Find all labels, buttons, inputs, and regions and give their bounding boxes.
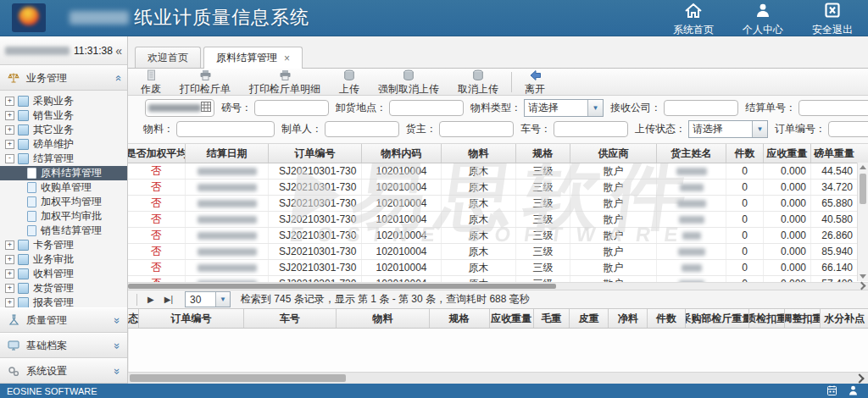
col-header[interactable]: 毛重 [534, 309, 570, 328]
table-row[interactable]: 否 SJ20210301-730102010004 原木三级 散户 00.000… [128, 212, 859, 228]
tree-item-settlement[interactable]: -结算管理 [0, 152, 127, 166]
col-header[interactable]: 磅单重量 [811, 144, 857, 163]
chevron-up-icon[interactable]: » [111, 75, 124, 80]
material-input[interactable] [176, 121, 275, 137]
table-row[interactable]: 否 SJ20210301-730102010004 原木三级 散户 00.000… [128, 244, 859, 260]
col-header[interactable]: 水分补点 [821, 309, 868, 328]
col-header[interactable]: 质检扣重 [749, 309, 785, 328]
sidebar-collapse-button[interactable]: « [115, 44, 122, 58]
tab-raw-settlement[interactable]: 原料结算管理 × [203, 47, 303, 69]
upload-button[interactable]: 上传 [330, 69, 369, 96]
tree-item-shipping[interactable]: +发货管理 [0, 281, 127, 296]
footer-user-icon[interactable] [849, 385, 858, 397]
receive-company-input[interactable] [664, 100, 738, 116]
expand-icon[interactable]: + [5, 140, 14, 149]
tree-item-weighbill[interactable]: +磅单维护 [0, 137, 127, 152]
collapse-icon[interactable]: - [5, 154, 14, 163]
unload-place-input[interactable] [389, 100, 464, 116]
print-ticket-detail-button[interactable]: 打印检斤单明细 [240, 69, 330, 96]
vertical-scrollbar[interactable] [857, 163, 868, 281]
footer-calendar-icon[interactable] [827, 385, 837, 397]
col-header[interactable]: 物料内码 [362, 144, 442, 163]
scrollbar-thumb[interactable] [130, 374, 346, 382]
tree-item-card[interactable]: +卡务管理 [0, 238, 127, 252]
expand-icon[interactable]: + [5, 97, 14, 106]
last-page-button[interactable]: ▶| [159, 295, 178, 304]
owner-input[interactable] [439, 121, 514, 137]
scroll-right-icon[interactable] [858, 282, 866, 290]
page-size-select[interactable]: 30 ▼ [185, 291, 231, 307]
settle-no-input[interactable] [798, 100, 868, 116]
upload-status-select[interactable]: 请选择▼ [688, 120, 768, 138]
col-header[interactable]: 订单编号 [269, 144, 362, 163]
scroll-right-icon[interactable] [854, 373, 864, 383]
tree-item-weighted-average[interactable]: 加权平均管理 [0, 195, 127, 209]
scroll-up-icon[interactable] [860, 165, 866, 169]
section-system[interactable]: 系统设置 » [0, 358, 127, 384]
expand-icon[interactable]: + [5, 240, 14, 250]
section-archive[interactable]: 基础档案 » [0, 333, 127, 358]
cancel-upload-button[interactable]: 取消上传 [448, 69, 508, 96]
leave-button[interactable]: 离开 [515, 69, 554, 96]
col-header[interactable]: 采购部检斤重量 [686, 309, 749, 328]
scale-no-input[interactable] [254, 100, 329, 116]
col-header[interactable]: 货主姓名 [657, 144, 726, 163]
order-no-input[interactable] [828, 121, 868, 137]
col-header[interactable]: 应收重量 [764, 144, 811, 163]
chevron-down-icon[interactable]: » [111, 368, 124, 373]
col-header[interactable]: 物料 [442, 144, 516, 163]
nav-home[interactable]: 系统首页 [670, 3, 717, 37]
tab-close-icon[interactable]: × [284, 53, 290, 64]
col-header[interactable]: 供应商 [570, 144, 657, 163]
table-row[interactable]: 否 SJ20210301-730102010004 原木三级 散户 00.000… [128, 260, 859, 276]
col-header[interactable]: 规格 [516, 144, 570, 163]
tree-item-purchase-order[interactable]: 收购单管理 [0, 180, 127, 195]
void-button[interactable]: 作废 [131, 69, 170, 96]
section-quality[interactable]: 质量管理 » [0, 307, 127, 333]
col-header[interactable]: 规格 [430, 309, 490, 328]
next-page-button[interactable]: ▶ [142, 295, 159, 304]
expand-icon[interactable]: + [5, 111, 14, 120]
vehicle-no-input[interactable] [554, 121, 628, 137]
col-header[interactable]: 应收重量 [490, 309, 534, 328]
table-row[interactable]: 否 SJ20210301-730102010004 原木三级 散户 00.000… [128, 276, 859, 282]
col-header[interactable]: 件数 [648, 309, 685, 328]
col-header[interactable]: 物料 [337, 309, 430, 328]
section-business[interactable]: 业务管理 » [0, 65, 127, 91]
bottom-horizontal-scrollbar[interactable] [128, 372, 868, 384]
tree-item-other[interactable]: +其它业务 [0, 123, 127, 137]
tree-item-sales-settlement[interactable]: 销售结算管理 [0, 224, 127, 238]
calendar-icon[interactable] [201, 102, 211, 114]
force-cancel-upload-button[interactable]: 强制取消上传 [369, 69, 448, 96]
col-header[interactable]: 调整扣重 [785, 309, 821, 328]
expand-icon[interactable]: + [5, 298, 14, 307]
scrollbar-thumb[interactable] [128, 284, 556, 289]
tab-welcome[interactable]: 欢迎首页 [135, 47, 201, 68]
material-type-select[interactable]: 请选择▼ [524, 99, 604, 117]
maker-input[interactable] [325, 121, 399, 137]
expand-icon[interactable]: + [5, 284, 14, 293]
col-header[interactable]: 件数 [726, 144, 764, 163]
print-ticket-button[interactable]: 打印检斤单 [170, 69, 240, 96]
table-row[interactable]: 否 SJ20210301-730102010004 原木三级 散户 00.000… [128, 163, 859, 180]
tree-item-approval[interactable]: +业务审批 [0, 252, 127, 267]
col-header[interactable]: 皮重 [570, 309, 609, 328]
tree-item-weighted-approval[interactable]: 加权平均审批 [0, 209, 127, 224]
tree-item-sales[interactable]: +销售业务 [0, 108, 127, 123]
col-header[interactable]: 是否加权平均 [128, 144, 186, 163]
expand-icon[interactable]: + [5, 125, 14, 135]
tree-item-purchase[interactable]: +采购业务 [0, 94, 127, 108]
col-header[interactable]: 订单编号 [139, 309, 243, 328]
col-header[interactable]: 态 [128, 309, 139, 328]
table-row[interactable]: 否 SJ20210301-730102010004 原木三级 散户 00.000… [128, 180, 859, 196]
tree-item-raw-settlement-selected[interactable]: 原料结算管理 [0, 166, 127, 180]
col-header[interactable]: 结算日期 [186, 144, 269, 163]
col-header[interactable]: 车号 [244, 309, 337, 328]
nav-logout[interactable]: 安全退出 [809, 3, 856, 37]
horizontal-scrollbar[interactable] [128, 282, 868, 290]
date-input[interactable] [145, 99, 214, 117]
table-row[interactable]: 否 SJ20210301-730102010004 原木三级 散户 00.000… [128, 228, 859, 244]
scroll-down-icon[interactable] [860, 274, 866, 279]
expand-icon[interactable]: + [5, 255, 14, 264]
table-row[interactable]: 否 SJ20210301-730102010004 原木三级 散户 00.000… [128, 196, 859, 212]
